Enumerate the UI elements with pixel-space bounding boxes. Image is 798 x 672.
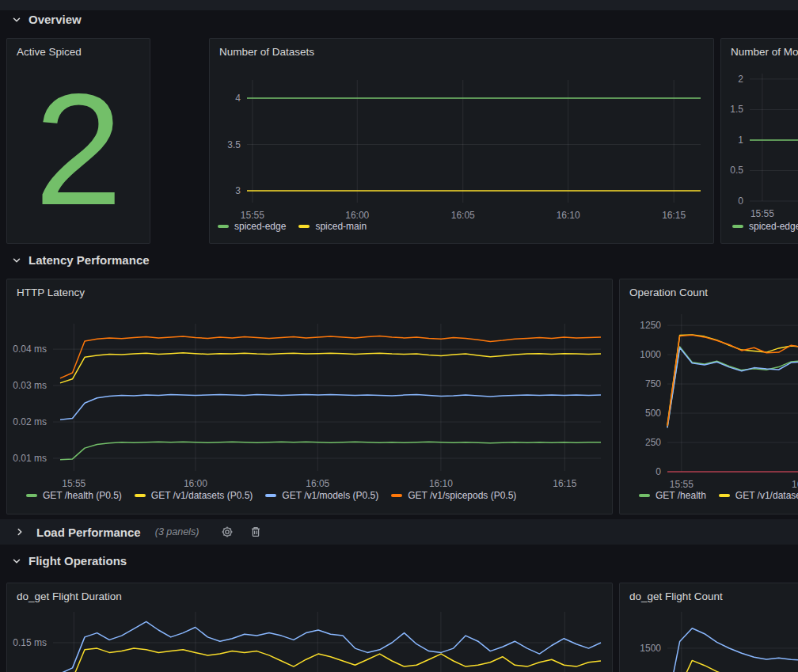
series-line [667,628,798,672]
legend-label: GET /v1/datasets (P0.5) [151,490,253,501]
legend-item[interactable]: GET /v1/spicepods (P0.5) [391,490,516,501]
panel-do-get-flight-duration: do_get Flight Duration 0.15 ms [6,583,613,672]
series-line [667,347,798,427]
section-header-overview[interactable]: Overview [11,13,82,26]
panel-title[interactable]: Number of Models [731,46,798,58]
chevron-down-icon [11,14,22,25]
chart-canvas[interactable] [7,279,612,514]
section-header-load-performance[interactable]: Load Performance (3 panels) [0,519,798,545]
legend-swatch [639,494,650,497]
section-title: Overview [28,13,82,26]
legend-swatch [732,225,743,228]
trash-icon[interactable] [249,526,262,538]
panel-title[interactable]: do_get Flight Count [629,590,723,602]
legend-swatch [719,494,730,497]
legend-swatch [391,494,402,497]
panel-title[interactable]: HTTP Latency [17,287,85,298]
legend-swatch [298,225,310,228]
series-line [60,648,601,672]
panel-title[interactable]: Number of Datasets [219,46,314,58]
legend-label: spiced-main [315,221,367,232]
series-line [60,353,601,383]
chart-legend: GET /healthGET /v1/datasets [639,490,798,501]
section-header-latency-performance[interactable]: Latency Performance [11,253,150,267]
series-line [60,336,601,378]
series-line [60,621,601,672]
panels-count-label: (3 panels) [155,526,200,537]
panel-title[interactable]: do_get Flight Duration [17,590,122,602]
chart-canvas[interactable] [620,279,798,514]
legend-swatch [265,494,276,497]
legend-item[interactable]: GET /v1/datasets (P0.5) [135,490,253,501]
panel-number-of-models: Number of Models 21.510.5015:55spiced-ed… [720,38,798,244]
section-title: Latency Performance [28,253,150,267]
legend-label: GET /health (P0.5) [43,490,122,501]
section-title: Flight Operations [28,554,127,568]
chart-legend: spiced-edgespiced-main [218,221,367,232]
panel-number-of-datasets: Number of Datasets 43.5315:5516:0016:051… [209,38,714,244]
gear-icon[interactable] [221,526,234,538]
panel-do-get-flight-count: do_get Flight Count 1500 [619,583,798,672]
panel-active-spiced: Active Spiced 2 [6,38,150,244]
top-toolbar-strip [0,0,798,10]
section-title: Load Performance [36,526,141,539]
panel-title[interactable]: Operation Count [629,287,708,298]
chart-canvas[interactable] [210,39,713,243]
legend-item[interactable]: GET /health [639,490,706,501]
legend-item[interactable]: spiced-edge [732,221,798,232]
legend-item[interactable]: spiced-edge [218,221,286,232]
stat-value: 2 [7,56,150,243]
timeseries-chart[interactable]: 21.510.5015:55spiced-edge [721,39,798,243]
chart-canvas[interactable] [721,39,798,243]
legend-label: GET /v1/spicepods (P0.5) [408,490,516,501]
legend-label: spiced-edge [749,221,798,232]
legend-swatch [218,225,229,228]
chart-legend: GET /health (P0.5)GET /v1/datasets (P0.5… [26,490,516,501]
chevron-down-icon [11,556,22,567]
chevron-right-icon [14,526,25,537]
series-line [60,395,601,420]
chevron-down-icon [11,255,22,266]
series-line [667,347,798,427]
legend-swatch [26,494,37,497]
legend-item[interactable]: GET /v1/models (P0.5) [265,490,378,501]
series-line [667,660,798,672]
legend-item[interactable]: spiced-main [298,221,367,232]
series-line [667,335,798,425]
legend-label: spiced-edge [234,221,286,232]
series-line [60,442,601,460]
timeseries-chart[interactable]: 12501000750500250015:5516:00GET /healthG… [620,279,798,514]
legend-item[interactable]: GET /v1/datasets [719,490,798,501]
panel-operation-count: Operation Count 12501000750500250015:551… [619,279,798,514]
section-header-flight-operations[interactable]: Flight Operations [11,554,127,568]
timeseries-chart[interactable]: 43.5315:5516:0016:0516:1016:15spiced-edg… [210,39,713,243]
legend-swatch [135,494,146,497]
panel-http-latency: HTTP Latency 0.04 ms0.03 ms0.02 ms0.01 m… [6,279,613,514]
panel-title[interactable]: Active Spiced [17,46,82,58]
legend-item[interactable]: GET /health (P0.5) [26,490,122,501]
legend-label: GET /v1/datasets [735,490,798,501]
timeseries-chart[interactable]: 0.04 ms0.03 ms0.02 ms0.01 ms15:5516:0016… [7,279,612,514]
legend-label: GET /health [656,490,706,501]
chart-legend: spiced-edge [732,221,798,232]
legend-label: GET /v1/models (P0.5) [282,490,378,501]
